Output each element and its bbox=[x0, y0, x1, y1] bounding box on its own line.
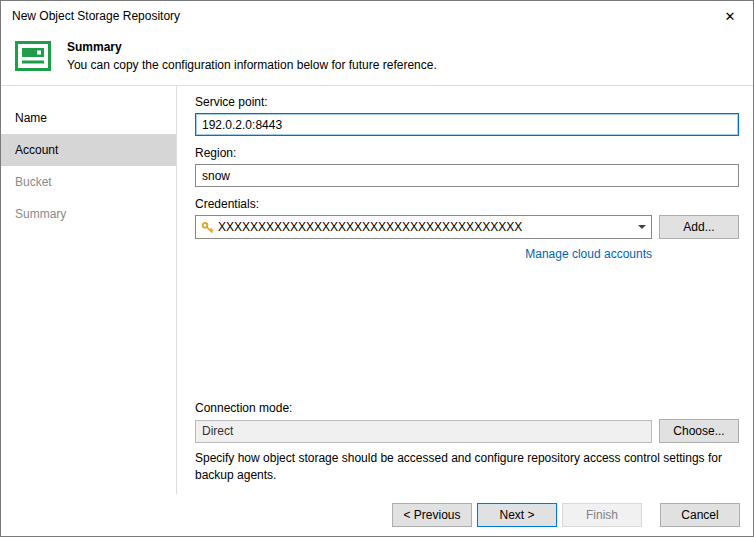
region-input[interactable] bbox=[195, 164, 739, 187]
credentials-group: Credentials: XXXXXXXXXXXXXXXXXXXXXXXXXXX… bbox=[195, 197, 739, 261]
wizard-footer: < Previous Next > Finish Cancel bbox=[1, 494, 753, 536]
key-icon bbox=[201, 221, 214, 234]
sidebar-item-account[interactable]: Account bbox=[1, 134, 176, 166]
wizard-header-text: Summary You can copy the configuration i… bbox=[67, 36, 437, 72]
add-credentials-button[interactable]: Add... bbox=[659, 215, 739, 239]
cancel-button[interactable]: Cancel bbox=[660, 503, 740, 527]
object-storage-repository-icon bbox=[13, 36, 53, 76]
region-group: Region: bbox=[195, 146, 739, 187]
chevron-down-icon[interactable] bbox=[632, 216, 651, 238]
sidebar-item-name[interactable]: Name bbox=[1, 102, 176, 134]
new-object-storage-repository-dialog: New Object Storage Repository ✕ Summary … bbox=[0, 0, 754, 537]
service-point-input[interactable] bbox=[195, 113, 739, 136]
wizard-steps-sidebar: Name Account Bucket Summary bbox=[1, 86, 177, 494]
manage-cloud-accounts-link[interactable]: Manage cloud accounts bbox=[525, 247, 652, 261]
close-icon: ✕ bbox=[725, 9, 736, 24]
step-title: Summary bbox=[67, 40, 437, 54]
credentials-label: Credentials: bbox=[195, 197, 739, 211]
choose-connection-mode-button[interactable]: Choose... bbox=[659, 419, 739, 443]
step-description: You can copy the configuration informati… bbox=[67, 58, 437, 72]
connection-mode-label: Connection mode: bbox=[195, 401, 739, 415]
connection-mode-help-text: Specify how object storage should be acc… bbox=[195, 450, 735, 484]
service-point-group: Service point: bbox=[195, 95, 739, 136]
sidebar-item-summary[interactable]: Summary bbox=[1, 198, 176, 230]
connection-mode-input bbox=[195, 420, 652, 443]
wizard-body: Name Account Bucket Summary Service poin… bbox=[1, 85, 753, 494]
credentials-combobox[interactable]: XXXXXXXXXXXXXXXXXXXXXXXXXXXXXXXXXXXXXX bbox=[195, 215, 652, 239]
sidebar-item-bucket[interactable]: Bucket bbox=[1, 166, 176, 198]
window-title: New Object Storage Repository bbox=[12, 9, 707, 23]
close-button[interactable]: ✕ bbox=[707, 1, 753, 31]
connection-mode-group: Connection mode: Choose... Specify how o… bbox=[195, 401, 739, 484]
wizard-content: Service point: Region: Credentials: bbox=[177, 86, 753, 494]
title-bar: New Object Storage Repository ✕ bbox=[1, 1, 753, 31]
service-point-label: Service point: bbox=[195, 95, 739, 109]
finish-button: Finish bbox=[562, 503, 642, 527]
region-label: Region: bbox=[195, 146, 739, 160]
previous-button[interactable]: < Previous bbox=[392, 503, 472, 527]
wizard-header: Summary You can copy the configuration i… bbox=[1, 31, 753, 85]
next-button[interactable]: Next > bbox=[477, 503, 557, 527]
credentials-value: XXXXXXXXXXXXXXXXXXXXXXXXXXXXXXXXXXXXXX bbox=[218, 220, 632, 234]
